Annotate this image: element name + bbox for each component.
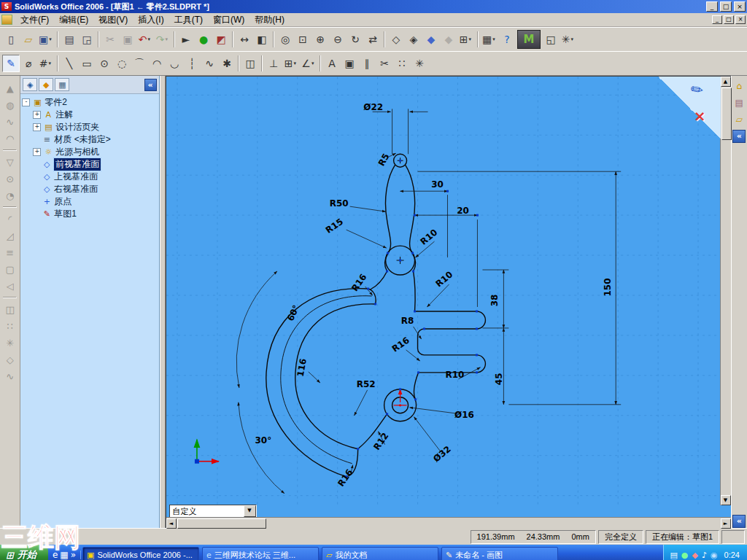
menu-view[interactable]: 视图(V): [93, 13, 133, 27]
dimension-label[interactable]: Ø32: [431, 444, 453, 464]
sketch-point[interactable]: [417, 371, 419, 373]
lofted-boss-icon[interactable]: ◠: [2, 131, 18, 147]
shadows-icon[interactable]: ◆: [440, 31, 457, 48]
menu-window[interactable]: 窗口(W): [208, 13, 249, 27]
draft-icon[interactable]: ◁: [2, 278, 18, 294]
expand-toggle-icon[interactable]: +: [33, 111, 41, 119]
collapse-tree-icon[interactable]: «: [144, 79, 157, 91]
propertymanager-tab-icon[interactable]: ◆: [39, 78, 53, 91]
collapse-task-pane-icon[interactable]: «: [732, 130, 746, 143]
curves-icon[interactable]: ∿: [2, 368, 18, 384]
sketch-point[interactable]: [411, 252, 414, 254]
quick-snaps-icon[interactable]: ∠▾: [300, 55, 317, 72]
scroll-right-icon[interactable]: ►: [721, 518, 731, 529]
circular-pattern-icon[interactable]: ✳: [2, 335, 18, 351]
cut-icon[interactable]: ✂: [101, 31, 119, 48]
tree-item-sketch1[interactable]: ✎草图1: [22, 208, 157, 220]
circular-sketch-pattern-icon[interactable]: ✳: [411, 55, 428, 72]
quick-launch-expand-icon[interactable]: »: [71, 551, 76, 559]
ie-quicklaunch-icon[interactable]: e: [53, 551, 58, 559]
grid-settings-icon[interactable]: #▾: [37, 55, 55, 72]
corner-rectangle-icon[interactable]: ▭: [78, 55, 96, 72]
zoom-out-icon[interactable]: ⊖: [329, 31, 347, 48]
sketch-point[interactable]: [386, 271, 388, 273]
print-preview-icon[interactable]: ◲: [78, 31, 96, 48]
solidworks-logo[interactable]: M: [517, 30, 541, 49]
dimension-label[interactable]: R5: [376, 152, 391, 168]
task-paint[interactable]: ✎未命名 - 画图: [441, 547, 558, 560]
dimension-label[interactable]: 150: [603, 279, 613, 297]
scroll-down-icon[interactable]: ▼: [721, 495, 731, 505]
menu-help[interactable]: 帮助(H): [249, 13, 290, 27]
solidworks-resources-icon[interactable]: ⌂: [732, 79, 746, 93]
fillet-icon[interactable]: ◜: [2, 211, 18, 227]
sketch-point[interactable]: [412, 271, 414, 273]
line-icon[interactable]: ╲: [61, 55, 78, 72]
dimension-label[interactable]: 30°: [255, 435, 271, 446]
view-selector-combo[interactable]: 自定义 ▼: [169, 505, 257, 518]
dimension-label[interactable]: R15: [323, 217, 344, 236]
task-documents[interactable]: ▱我的文档: [322, 547, 438, 560]
trim-entities-icon[interactable]: ✂: [376, 55, 393, 72]
dimension-label[interactable]: 116: [295, 358, 308, 378]
circle-icon[interactable]: ⊙: [96, 55, 113, 72]
tree-item-material[interactable]: ≡材质 <未指定>: [22, 133, 157, 146]
tree-item-top-plane[interactable]: ◇上视基准面: [22, 171, 157, 183]
text-icon[interactable]: A: [323, 55, 341, 72]
hidden-lines-icon[interactable]: ◈: [405, 31, 422, 48]
design-library-icon[interactable]: ▤: [732, 96, 746, 110]
tree-item-right-plane[interactable]: ◇右视基准面: [22, 183, 157, 195]
extruded-boss-icon[interactable]: ▲: [2, 80, 18, 96]
dimension-label[interactable]: R12: [371, 431, 390, 452]
mirror-feature-icon[interactable]: ◫: [2, 301, 18, 317]
dimension-label[interactable]: R50: [329, 198, 348, 209]
sketch-point[interactable]: [475, 310, 477, 312]
sketch-point[interactable]: [399, 260, 401, 262]
tree-item-part2[interactable]: -▣零件2: [22, 96, 157, 109]
perimeter-circle-icon[interactable]: ◌: [113, 55, 131, 72]
point-icon[interactable]: ✱: [218, 55, 236, 72]
network-icon[interactable]: ◉: [711, 551, 718, 559]
copy-icon[interactable]: ▣: [119, 31, 136, 48]
sketch-point[interactable]: [414, 214, 416, 217]
offset-entities-icon[interactable]: ∥: [358, 55, 376, 72]
sketch-icon[interactable]: ✎: [2, 55, 20, 72]
task-solidworks[interactable]: ▣SolidWorks Office 2006 -...: [82, 547, 199, 560]
dimension-label[interactable]: R8: [400, 316, 414, 326]
open-folder-icon[interactable]: ▱: [20, 31, 37, 48]
centerline-icon[interactable]: ┆: [183, 55, 201, 72]
minimize-button[interactable]: _: [706, 1, 718, 12]
horizontal-scrollbar[interactable]: ◄ ►: [166, 517, 731, 529]
menu-insert[interactable]: 插入(I): [133, 13, 169, 27]
sketch-point[interactable]: [475, 354, 477, 356]
help-icon[interactable]: ?: [498, 31, 516, 48]
vscroll-thumb[interactable]: [721, 88, 732, 140]
dimension-label[interactable]: R10: [433, 269, 454, 289]
sketch-point[interactable]: [367, 288, 369, 290]
close-button[interactable]: ×: [734, 1, 746, 12]
measure-icon[interactable]: ↔: [236, 31, 253, 48]
sketch-point[interactable]: [475, 371, 477, 373]
doc-close-button[interactable]: ×: [735, 15, 746, 24]
expand-toggle-icon[interactable]: +: [33, 148, 41, 156]
scroll-left-icon[interactable]: ◄: [166, 518, 177, 529]
sketch-point[interactable]: [414, 398, 417, 400]
messenger-icon[interactable]: ●: [681, 551, 689, 559]
panel-splitter[interactable]: [160, 76, 166, 528]
confirm-sketch-icon[interactable]: ✎: [688, 80, 706, 99]
fullscreen-icon[interactable]: ◱: [542, 31, 560, 48]
dimension-label[interactable]: 45: [494, 373, 504, 386]
sketch-point[interactable]: [423, 327, 425, 330]
file-explorer-icon[interactable]: ▱: [732, 112, 746, 127]
sketch-point[interactable]: [414, 310, 416, 312]
sketch-point[interactable]: [399, 388, 401, 390]
dimension-label[interactable]: 38: [489, 295, 500, 307]
view-selector-dropdown-icon[interactable]: ▼: [244, 505, 256, 517]
dimension-label[interactable]: 20: [457, 206, 469, 216]
tree-item-lights-cameras[interactable]: +☼光源与相机: [22, 146, 157, 158]
dimension-label[interactable]: 30: [431, 179, 444, 190]
expand-task-pane-icon[interactable]: «: [732, 515, 746, 528]
select-icon[interactable]: ►: [177, 31, 195, 48]
featuremanager-tab-icon[interactable]: ◈: [23, 78, 37, 91]
zoom-in-icon[interactable]: ⊕: [311, 31, 329, 48]
